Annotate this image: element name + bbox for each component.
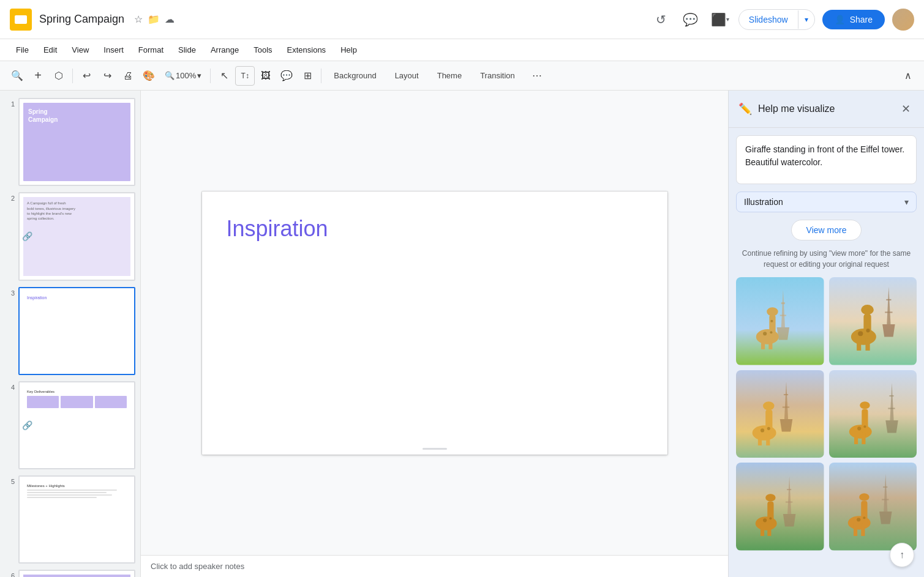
- image-tile-2[interactable]: [829, 277, 917, 365]
- menu-view[interactable]: View: [66, 43, 95, 57]
- svg-marker-4: [777, 327, 790, 340]
- toolbar: 🔍 + ⬡ ↩ ↪ 🖨 🎨 🔍 100% ▾ ↖ T↕ 🖼 💬 ⊞ Backgr…: [0, 61, 924, 91]
- cursor-button[interactable]: ↖: [214, 66, 234, 86]
- image-button[interactable]: 🖼: [256, 66, 276, 86]
- menu-tools[interactable]: Tools: [247, 43, 278, 57]
- menu-edit[interactable]: Edit: [37, 43, 63, 57]
- zoom-control[interactable]: 🔍 100% ▾: [160, 69, 206, 83]
- view-more-button[interactable]: View more: [791, 220, 862, 240]
- print-button[interactable]: 🖨: [118, 66, 138, 86]
- slide-thumb-1[interactable]: SpringCampaign: [18, 98, 135, 186]
- slide-item-3[interactable]: 3 Inspiration: [0, 285, 140, 378]
- slide-thumb-5[interactable]: Milestones + Highlights: [18, 475, 135, 564]
- format-paint-button[interactable]: 🎨: [139, 66, 159, 86]
- slide-number-3: 3: [5, 289, 15, 297]
- svg-rect-67: [853, 523, 857, 536]
- add-button[interactable]: +: [28, 66, 48, 86]
- slide-item-5[interactable]: 5 Milestones + Highlights: [0, 473, 140, 566]
- svg-rect-44: [862, 431, 865, 444]
- slide-canvas[interactable]: Inspiration: [202, 192, 667, 455]
- svg-point-24: [866, 329, 870, 332]
- title-bar: Spring Campaign ☆ 📁 ☁ ↺ 💬 ⬛▾ Slideshow ▾…: [0, 0, 924, 39]
- svg-rect-56: [767, 523, 771, 536]
- svg-marker-17: [882, 324, 895, 337]
- svg-rect-45: [862, 409, 868, 433]
- svg-rect-64: [882, 499, 888, 500]
- menu-slide[interactable]: Slide: [172, 43, 202, 57]
- undo-button[interactable]: ↩: [77, 66, 96, 86]
- transition-button[interactable]: Transition: [471, 67, 524, 84]
- slide-thumb-4[interactable]: Key Deliverables 🔗: [18, 381, 135, 469]
- svg-rect-32: [766, 433, 770, 445]
- slide-thumb-6[interactable]: [18, 570, 135, 577]
- slide-1-title: SpringCampaign: [28, 108, 126, 124]
- shapes-button[interactable]: ⬡: [49, 66, 69, 86]
- slideshow-button[interactable]: Slideshow ▾: [738, 9, 815, 30]
- image-tile-3[interactable]: [736, 370, 824, 458]
- slide-thumb-2[interactable]: A Campaign full of freshbold tones, illu…: [18, 192, 135, 280]
- speaker-notes-bar[interactable]: Click to add speaker notes: [141, 555, 728, 577]
- svg-rect-43: [854, 431, 858, 444]
- share-button[interactable]: 👤 Share: [822, 10, 885, 29]
- image-tile-1[interactable]: [736, 277, 824, 365]
- user-avatar[interactable]: [892, 9, 914, 31]
- canvas-wrapper[interactable]: Inspiration: [141, 91, 728, 555]
- slide-item-1[interactable]: 1 SpringCampaign: [0, 95, 140, 188]
- slide-item-6[interactable]: 6: [0, 567, 140, 577]
- svg-point-30: [753, 425, 776, 441]
- svg-point-59: [763, 518, 767, 522]
- svg-rect-52: [786, 502, 792, 503]
- svg-rect-3: [780, 315, 786, 316]
- menu-bar: File Edit View Insert Format Slide Arran…: [0, 39, 924, 61]
- image-tile-5[interactable]: [736, 463, 824, 551]
- theme-button[interactable]: Theme: [429, 67, 470, 84]
- history-icon[interactable]: ↺: [650, 9, 672, 31]
- search-button[interactable]: 🔍: [7, 66, 27, 86]
- text-select-button[interactable]: T↕: [235, 66, 255, 86]
- background-button[interactable]: Background: [325, 67, 385, 84]
- svg-rect-21: [863, 313, 871, 338]
- image-tile-6[interactable]: [829, 463, 917, 551]
- comment-icon[interactable]: 💬: [680, 9, 702, 31]
- image-tile-4[interactable]: [829, 370, 917, 458]
- prompt-text-box[interactable]: Giraffe standing in front of the Eiffel …: [736, 135, 917, 184]
- svg-rect-61: [829, 463, 917, 551]
- add-frame-button[interactable]: ⊞: [298, 66, 317, 86]
- app-icon: [10, 9, 32, 31]
- video-icon[interactable]: ⬛▾: [709, 9, 731, 31]
- svg-point-58: [765, 494, 775, 501]
- slide-5-line-4: [27, 497, 97, 498]
- menu-format[interactable]: Format: [132, 43, 170, 57]
- redo-button[interactable]: ↪: [97, 66, 117, 86]
- slide-item-4[interactable]: 4 Key Deliverables 🔗: [0, 379, 140, 472]
- slide-item-2[interactable]: 2 A Campaign full of freshbold tones, il…: [0, 190, 140, 283]
- scroll-indicator: [423, 448, 447, 450]
- menu-insert[interactable]: Insert: [97, 43, 130, 57]
- menu-extensions[interactable]: Extensions: [281, 43, 332, 57]
- svg-point-23: [858, 331, 863, 336]
- menu-help[interactable]: Help: [334, 43, 363, 57]
- title-icons: ☆ 📁 ☁: [134, 13, 175, 25]
- shapes-tool-button[interactable]: 💬: [277, 66, 296, 86]
- slideshow-dropdown-arrow[interactable]: ▾: [798, 10, 814, 29]
- toolbar-collapse-button[interactable]: ∧: [900, 67, 917, 84]
- folder-icon[interactable]: 📁: [148, 13, 160, 25]
- more-options-button[interactable]: ⋯: [527, 66, 547, 86]
- svg-rect-16: [885, 311, 892, 313]
- slide-thumb-3[interactable]: Inspiration: [18, 287, 135, 375]
- slide-4-box-1: [27, 396, 59, 408]
- panel-title: Help me visualize: [758, 103, 891, 114]
- speaker-notes-placeholder[interactable]: Click to add speaker notes: [151, 562, 244, 571]
- slide-4-box-3: [95, 396, 127, 408]
- panel-close-button[interactable]: ✕: [897, 100, 914, 117]
- style-selector[interactable]: Illustration ▾: [736, 192, 917, 212]
- cloud-icon[interactable]: ☁: [165, 13, 175, 25]
- scroll-up-button[interactable]: ↑: [890, 543, 914, 567]
- layout-button[interactable]: Layout: [386, 67, 427, 84]
- star-icon[interactable]: ☆: [134, 13, 143, 25]
- share-icon: 👤: [835, 15, 845, 24]
- svg-point-11: [770, 331, 772, 333]
- menu-arrange[interactable]: Arrange: [205, 43, 245, 57]
- svg-point-71: [857, 518, 860, 521]
- menu-file[interactable]: File: [10, 43, 35, 57]
